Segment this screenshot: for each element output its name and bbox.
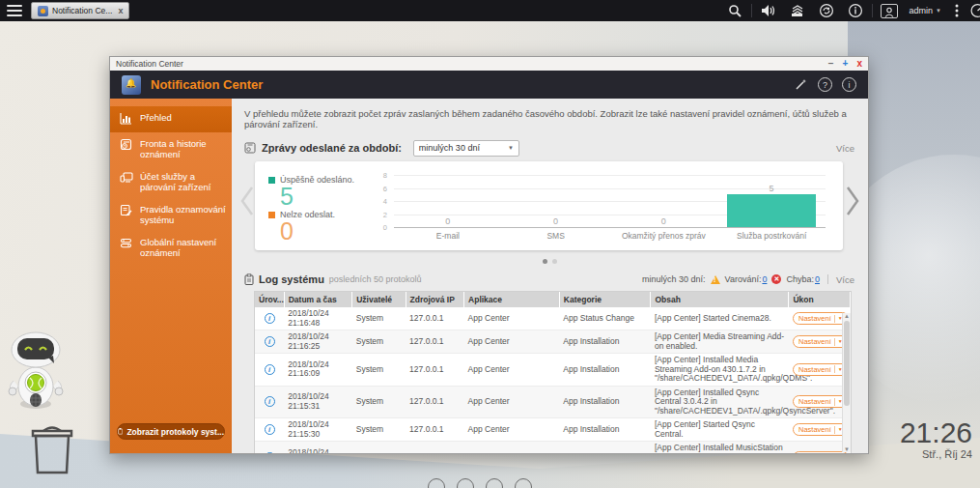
warning-count-link[interactable]: 0 xyxy=(762,274,767,284)
period-select[interactable]: minulých 30 dní ▼ xyxy=(413,140,519,157)
sidebar-item-notification-rules[interactable]: Pravidla oznamování systému xyxy=(110,198,232,231)
system-log-icon xyxy=(244,273,254,285)
quick-setup-wand-icon[interactable] xyxy=(794,77,808,92)
col-header-users[interactable]: Uživatelé xyxy=(352,292,406,307)
footer-button-label: Zobrazit protokoly syst... xyxy=(126,427,224,437)
scrollbar-thumb[interactable] xyxy=(844,321,850,406)
minimize-button[interactable]: − xyxy=(828,59,834,69)
notification-center-app-icon xyxy=(122,75,141,95)
scroll-up-icon[interactable]: ▲ xyxy=(843,313,851,319)
col-header-level[interactable]: Úrov... xyxy=(255,292,284,307)
table-row[interactable]: i 2018/10/2421:16:25 System127.0.0.1 App… xyxy=(255,330,851,354)
clipboard-icon xyxy=(118,426,123,437)
table-row[interactable]: i 2018/10/2421:15:31 System127.0.0.1 App… xyxy=(255,386,851,418)
col-header-content[interactable]: Obsah xyxy=(651,292,789,307)
clock-time: 21:26 xyxy=(900,417,972,448)
messages-more-link[interactable]: Více xyxy=(836,143,854,154)
carousel-pagination xyxy=(244,259,854,264)
bar-value-label: 0 xyxy=(661,215,666,227)
volume-icon[interactable] xyxy=(754,0,783,21)
log-more-link[interactable]: Více xyxy=(836,274,854,285)
sidebar-item-service-pairing[interactable]: Účet služby a párování zařízení xyxy=(110,165,232,198)
messages-section-icon xyxy=(244,142,256,154)
recycle-bin-icon[interactable] xyxy=(24,423,80,479)
settings-action-button[interactable]: Nastavení▼ xyxy=(793,423,849,436)
sidebar-item-label: Pravidla oznamování systému xyxy=(140,204,226,225)
messages-chart-card: Úspěšně odesláno. 5 Nelze odeslat. 0 8 6… xyxy=(255,161,843,250)
dock-icons[interactable] xyxy=(428,478,532,488)
x-axis-line xyxy=(394,227,826,228)
carousel-prev-icon[interactable] xyxy=(239,185,255,217)
col-header-datetime[interactable]: Datum a čas xyxy=(284,292,352,307)
dock-icon[interactable] xyxy=(515,478,532,488)
more-options-icon[interactable] xyxy=(947,0,966,21)
error-count-link[interactable]: 0 xyxy=(815,274,820,284)
table-scrollbar[interactable]: ▲ ▼ xyxy=(842,313,851,452)
pagination-dot-active[interactable] xyxy=(543,259,547,264)
settings-action-button[interactable]: Nastavení▼ xyxy=(793,363,849,376)
info-level-icon: i xyxy=(265,424,275,435)
table-row[interactable]: i 2018/10/2421:14:21 System127.0.0.1 App… xyxy=(255,442,851,454)
tab-label: Notification Ce... xyxy=(52,6,112,15)
user-icon[interactable] xyxy=(875,0,904,21)
col-header-action[interactable]: Úkon xyxy=(789,292,851,307)
close-button[interactable]: x xyxy=(856,59,862,69)
bar-value-label: 0 xyxy=(553,215,558,227)
info-level-icon: i xyxy=(265,364,275,375)
bar-value-label: 0 xyxy=(445,215,450,227)
dock-icon[interactable] xyxy=(457,478,474,488)
taskbar-tab-notification-center[interactable]: Notification Ce... x xyxy=(31,2,129,19)
col-header-category[interactable]: Kategorie xyxy=(559,292,651,307)
robot-mascot[interactable] xyxy=(6,330,66,423)
bar-column-email: 0 xyxy=(394,175,502,227)
notification-rules-icon xyxy=(120,204,133,218)
info-icon[interactable] xyxy=(841,0,870,21)
main-menu-icon[interactable] xyxy=(7,5,22,16)
table-row[interactable]: i 2018/10/2421:15:30 System127.0.0.1 App… xyxy=(255,418,851,442)
table-row[interactable]: i 2018/10/2421:16:48 System127.0.0.1 App… xyxy=(255,307,851,330)
table-row[interactable]: i 2018/10/2421:16:09 System127.0.0.1 App… xyxy=(255,354,851,387)
col-header-source-ip[interactable]: Zdrojová IP xyxy=(406,292,463,307)
background-tasks-icon[interactable] xyxy=(783,0,812,21)
bar-push-service xyxy=(727,194,816,227)
settings-action-button[interactable]: Nastavení▼ xyxy=(793,312,849,325)
dashboard-icon[interactable] xyxy=(966,0,980,21)
settings-action-button[interactable]: Nastavení▼ xyxy=(793,451,849,453)
bar-column-instant-messaging: 0 xyxy=(610,175,718,227)
sidebar-item-global-settings[interactable]: Globální nastavení oznámení xyxy=(110,231,232,264)
dock-icon[interactable] xyxy=(428,478,445,488)
settings-action-button[interactable]: Nastavení▼ xyxy=(793,335,849,348)
sidebar-item-overview[interactable]: Přehled xyxy=(110,106,232,132)
maximize-button[interactable]: + xyxy=(843,59,849,69)
carousel-next-icon[interactable] xyxy=(845,185,860,217)
legend-fail-value: 0 xyxy=(280,219,370,243)
admin-menu[interactable]: admin ▼ xyxy=(904,6,947,15)
table-header-row: Úrov... Datum a čas Uživatelé Zdrojová I… xyxy=(255,292,851,307)
show-system-logs-button[interactable]: Zobrazit protokoly syst... xyxy=(117,423,225,440)
sidebar-item-queue-history[interactable]: Fronta a historie oznámení xyxy=(110,132,232,165)
search-icon[interactable] xyxy=(720,0,749,21)
queue-history-icon xyxy=(120,138,133,153)
window-titlebar[interactable]: Notification Center − + x xyxy=(110,57,868,71)
app-title: Notification Center xyxy=(151,77,263,92)
legend-success-swatch xyxy=(268,177,275,184)
sidebar-item-label: Globální nastavení oznámení xyxy=(140,237,226,258)
scroll-down-icon[interactable]: ▼ xyxy=(843,446,851,452)
sidebar: Přehled Fronta a historie oznámení Účet … xyxy=(110,99,232,453)
tab-close-icon[interactable]: x xyxy=(118,6,123,15)
chevron-down-icon: ▼ xyxy=(936,8,941,14)
dock-icon[interactable] xyxy=(486,478,503,488)
legend-fail-swatch xyxy=(268,212,275,218)
col-header-application[interactable]: Aplikace xyxy=(464,292,560,307)
sync-status-icon[interactable] xyxy=(812,0,841,21)
bar-value-label: 5 xyxy=(770,183,774,194)
about-icon[interactable]: i xyxy=(842,77,856,92)
warning-label: Varování: xyxy=(725,274,762,284)
desktop-clock: 21:26 Stř., Říj 24 xyxy=(900,417,972,460)
sidebar-item-label: Účet služby a párování zařízení xyxy=(140,171,226,192)
help-icon[interactable]: ? xyxy=(818,77,832,92)
settings-action-button[interactable]: Nastavení▼ xyxy=(793,395,849,408)
sidebar-item-label: Přehled xyxy=(140,112,172,123)
intro-text: V přehledu můžete zobrazit počet zpráv z… xyxy=(244,108,854,129)
pagination-dot[interactable] xyxy=(552,259,557,264)
